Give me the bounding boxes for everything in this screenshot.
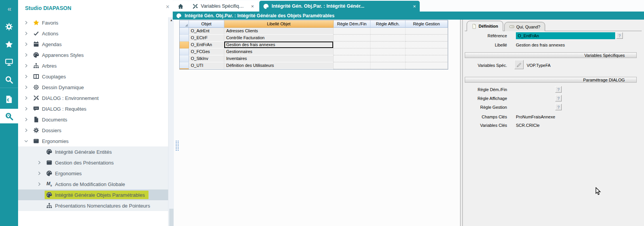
- scrollbar-thumb[interactable]: [169, 209, 174, 226]
- chevron-right-icon[interactable]: [37, 182, 42, 186]
- sidebar-item-intégrité-générale-objets-paramétrables[interactable]: Intégrité Générale Objets Paramétrables: [18, 189, 168, 200]
- cell-libelle[interactable]: Adresses Clients: [224, 28, 334, 35]
- cell-regle-gestion[interactable]: [405, 28, 448, 35]
- cell-libelle[interactable]: Contrôle Facturation: [224, 35, 334, 42]
- cell-regle-dem-fin[interactable]: [334, 28, 370, 35]
- sidebar-item-dossiers[interactable]: Dossiers: [18, 125, 168, 136]
- vertical-splitter[interactable]: [460, 20, 463, 226]
- regle-gestion-help-button[interactable]: ?: [555, 104, 562, 110]
- column-header-r-gle-d-m-fin[interactable]: Règle Dém./Fin: [334, 20, 370, 28]
- rail-item-billing-documents[interactable]: €: [0, 92, 18, 106]
- sidebar-item-intégrité-générale-entités[interactable]: Intégrité Générale Entités: [18, 146, 168, 157]
- tab-close-icon[interactable]: ×: [413, 3, 416, 9]
- column-header-r-gle-gestion[interactable]: Règle Gestion: [405, 20, 448, 28]
- cell-regle-affich[interactable]: [370, 55, 405, 62]
- rail-item-screens[interactable]: [0, 55, 18, 69]
- chevron-right-icon[interactable]: [24, 20, 28, 25]
- cell-objet[interactable]: O_ECtrF: [189, 35, 224, 42]
- cell-regle-dem-fin[interactable]: [334, 48, 370, 55]
- cell-regle-affich[interactable]: [370, 48, 405, 55]
- chevron-right-icon[interactable]: [24, 74, 28, 79]
- rail-item-favorites[interactable]: [0, 37, 18, 52]
- chevron-right-icon[interactable]: [24, 63, 28, 68]
- variables-spec-picker-button[interactable]: [514, 60, 524, 69]
- sidebar-item-actions[interactable]: Actions: [18, 28, 168, 39]
- sidebar-item-actions-de-modification-globale[interactable]: MsActions de Modification Globale: [18, 179, 168, 189]
- cell-libelle[interactable]: Gestion des frais annexes: [224, 42, 334, 48]
- cell-regle-dem-fin[interactable]: [334, 35, 370, 42]
- reference-help-button[interactable]: ?: [616, 32, 623, 39]
- sidebar-item-dialog-requêtes[interactable]: DIALOG : Requêtes: [18, 103, 168, 114]
- row-selector[interactable]: [180, 42, 189, 48]
- column-header-objet[interactable]: Objet: [189, 20, 224, 28]
- cell-regle-gestion[interactable]: [405, 62, 448, 69]
- sidebar-item-documents[interactable]: Documents: [18, 114, 168, 125]
- cell-regle-dem-fin[interactable]: [334, 55, 370, 62]
- table-corner-cell[interactable]: [180, 20, 189, 28]
- cell-objet[interactable]: O_StkInv: [189, 55, 224, 62]
- row-selector[interactable]: [180, 28, 189, 35]
- cell-objet[interactable]: O_FCGes: [189, 48, 224, 55]
- regle-dem-fin-help-button[interactable]: ?: [555, 86, 562, 93]
- row-selector[interactable]: [180, 55, 189, 62]
- tab-definition[interactable]: Définition: [467, 21, 503, 31]
- cell-regle-affich[interactable]: [370, 35, 405, 42]
- cell-regle-affich[interactable]: [370, 42, 405, 48]
- sidebar-item-gestion-des-présentations[interactable]: Gestion des Présentations: [18, 157, 168, 168]
- chevron-right-icon[interactable]: [24, 42, 28, 47]
- column-header-libell-objet[interactable]: Libellé Objet: [224, 20, 334, 28]
- cell-regle-gestion[interactable]: [405, 35, 448, 42]
- chevron-right-icon[interactable]: [24, 96, 28, 100]
- sidebar-scrollbar[interactable]: ▲: [168, 17, 174, 226]
- chevron-right-icon[interactable]: [24, 117, 28, 122]
- sidebar-item-présentations-nomenclatures-de-pointeurs[interactable]: Présentations Nomenclatures de Pointeurs: [18, 200, 168, 211]
- sidebar-item-ergonomies[interactable]: Ergonomies: [18, 136, 168, 146]
- regle-affichage-help-button[interactable]: ?: [555, 95, 562, 101]
- sidebar-item-agendas[interactable]: Agendas: [18, 39, 168, 50]
- tab-integrite-gen[interactable]: Intégrité Gén. Obj.Par. : Intégrité Géné…: [259, 1, 420, 12]
- rail-item-collapse-sidebar[interactable]: «: [0, 2, 18, 16]
- chevron-right-icon[interactable]: [24, 106, 28, 111]
- cell-regle-affich[interactable]: [370, 62, 405, 69]
- chevron-right-icon[interactable]: [24, 31, 28, 36]
- tab-home[interactable]: [173, 1, 189, 12]
- sidebar-item-apparences-styles[interactable]: Apparences Styles: [18, 50, 168, 60]
- tab-qui-quand[interactable]: Qui, Quand?: [504, 22, 545, 31]
- chevron-right-icon[interactable]: [24, 85, 28, 90]
- cell-regle-gestion[interactable]: [405, 55, 448, 62]
- sidebar-item-ergonomies[interactable]: Ergonomies: [18, 168, 168, 179]
- row-selector[interactable]: [180, 35, 189, 42]
- cell-regle-dem-fin[interactable]: [334, 62, 370, 69]
- sidebar-item-favoris[interactable]: Favoris: [18, 17, 168, 28]
- cell-regle-gestion[interactable]: [405, 48, 448, 55]
- cell-regle-gestion[interactable]: [405, 42, 448, 48]
- rail-item-modules[interactable]: [0, 19, 18, 34]
- tab-close-icon[interactable]: ×: [251, 3, 254, 9]
- cell-libelle[interactable]: Définition des Utilisateurs: [224, 62, 334, 69]
- cell-libelle[interactable]: Gestionnaires: [224, 48, 334, 55]
- cell-objet[interactable]: O_UTI: [189, 62, 224, 69]
- row-selector[interactable]: [180, 48, 189, 55]
- sidebar-item-dialog-environnement[interactable]: DIALOG : Environnement: [18, 93, 168, 103]
- sidebar-item-couplages[interactable]: Couplages: [18, 71, 168, 82]
- chevron-right-icon[interactable]: [37, 160, 42, 165]
- rail-item-search[interactable]: [0, 72, 18, 87]
- cell-objet[interactable]: O_AdrEnt: [189, 28, 224, 35]
- cell-objet[interactable]: O_EntFrAn: [189, 42, 224, 48]
- cell-libelle[interactable]: Inventaires: [224, 55, 334, 62]
- splitter-grip[interactable]: [176, 141, 179, 151]
- chevron-right-icon[interactable]: [24, 53, 28, 57]
- rail-item-search-locate[interactable]: [0, 109, 18, 123]
- tab-variables-specifiques[interactable]: Variables Spécifiques×: [189, 1, 258, 12]
- sidebar-close-icon[interactable]: ×: [166, 3, 169, 10]
- cell-regle-affich[interactable]: [370, 28, 405, 35]
- reference-field[interactable]: O_EntFrAn: [516, 32, 615, 39]
- sidebar-item-dessin-dynamique[interactable]: Dessin Dynamique: [18, 82, 168, 93]
- column-header-r-gle-affich-[interactable]: Règle Affich.: [370, 20, 405, 28]
- chevron-down-icon[interactable]: [24, 139, 28, 143]
- row-selector[interactable]: [180, 62, 189, 69]
- sidebar-item-arbres[interactable]: Arbres: [18, 60, 168, 71]
- cell-regle-dem-fin[interactable]: [334, 42, 370, 48]
- chevron-right-icon[interactable]: [37, 171, 42, 176]
- chevron-right-icon[interactable]: [24, 128, 28, 133]
